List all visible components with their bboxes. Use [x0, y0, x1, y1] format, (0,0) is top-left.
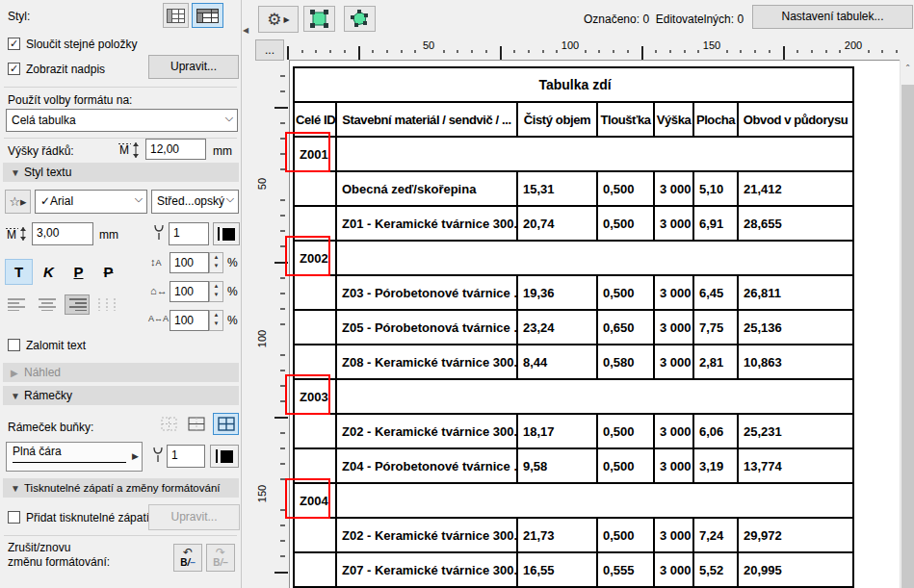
line-type-picker[interactable]: Plná čára ▶ — [6, 442, 143, 472]
id-cell[interactable] — [294, 552, 336, 587]
group-row-spacer[interactable] — [336, 137, 853, 171]
column-header[interactable]: Plocha — [693, 102, 738, 137]
collapse-sidebar-arrow-icon[interactable]: ◀ — [243, 26, 248, 35]
heading-edit-button[interactable]: Upravit... — [148, 55, 239, 79]
char-spacing-input[interactable]: 100 — [170, 310, 209, 331]
align-right-button[interactable] — [65, 294, 90, 315]
table-cell[interactable]: 9,58 — [517, 448, 597, 483]
underline-button[interactable]: P — [65, 259, 91, 285]
table-cell[interactable]: 0,500 — [597, 414, 654, 448]
table-cell[interactable]: 3 000 — [654, 448, 693, 483]
table-cell[interactable]: 0,500 — [597, 448, 654, 483]
table-cell[interactable]: 0,580 — [597, 345, 654, 379]
polygon-select-button[interactable] — [344, 6, 376, 32]
table-cell[interactable]: 3 000 — [654, 171, 693, 206]
footer-section-header[interactable]: ▼Tisknutelné zápatí a změny formátování — [3, 478, 239, 498]
wrap-text-checkbox[interactable] — [8, 339, 20, 351]
table-cell[interactable]: 21,412 — [738, 171, 853, 206]
table-cell[interactable]: Z08 - Keramické tvárnice 300... — [336, 345, 517, 379]
spinner-up-icon[interactable]: ▲ — [210, 282, 222, 291]
table-cell[interactable]: 0,500 — [597, 171, 654, 206]
vertical-ruler[interactable]: 50100150 — [254, 60, 289, 588]
char-width-input[interactable]: 100 — [170, 281, 209, 302]
id-cell[interactable] — [294, 310, 336, 345]
align-center-button[interactable] — [35, 294, 60, 315]
table-cell[interactable]: 8,44 — [517, 345, 597, 379]
column-header[interactable]: Obvod v půdorysu — [738, 102, 853, 137]
table-cell[interactable]: 20,74 — [517, 206, 597, 241]
id-cell[interactable] — [294, 414, 336, 448]
text-pen-input[interactable]: 1 — [169, 222, 209, 245]
table-cell[interactable]: Z07 - Keramické tvárnice 300... — [336, 552, 517, 587]
table-cell[interactable]: 3 000 — [654, 310, 693, 345]
table-cell[interactable]: 26,811 — [738, 275, 853, 310]
scrollbar-thumb[interactable] — [901, 85, 914, 588]
table-cell[interactable]: Obecná zeď/skořepina — [336, 171, 517, 206]
border-pen-color-swatch[interactable] — [210, 445, 239, 468]
borders-section-header[interactable]: ▼Rámečky — [3, 386, 239, 405]
column-header[interactable]: Stavební materiál / sendvič / ... — [336, 102, 517, 137]
table-cell[interactable]: 20,995 — [738, 552, 853, 587]
border-all-button[interactable] — [213, 413, 239, 435]
char-spacing-spinner[interactable]: ▲▼ — [209, 310, 223, 331]
font-select[interactable]: ✓Arial ⌵ — [35, 190, 147, 214]
spinner-up-icon[interactable]: ▲ — [210, 311, 222, 320]
id-cell[interactable] — [294, 275, 336, 310]
table-cell[interactable]: 0,500 — [597, 518, 654, 552]
strikethrough-button[interactable]: P — [95, 259, 121, 285]
table-cell[interactable]: 3,19 — [693, 448, 738, 483]
border-none-button[interactable] — [157, 413, 180, 435]
table-cell[interactable]: 25,136 — [738, 310, 853, 345]
redo-format-button[interactable]: ↷ B/– — [206, 544, 235, 572]
table-cell[interactable]: 18,17 — [517, 414, 597, 448]
schedule-table[interactable]: Tabulka zdíCelé IDStavební materiál / se… — [293, 66, 854, 588]
bold-button[interactable]: T — [5, 259, 33, 285]
table-cell[interactable]: 0,555 — [597, 552, 654, 587]
line-spacing-input[interactable]: 100 — [170, 252, 209, 273]
column-header[interactable]: Výška — [654, 102, 693, 137]
table-cell[interactable]: Z04 - Pórobetonové tvárnice ... — [336, 448, 517, 483]
table-cell[interactable]: 28,655 — [738, 206, 853, 241]
table-cell[interactable]: 6,91 — [693, 206, 738, 241]
table-cell[interactable]: Z02 - Keramické tvárnice 300... — [336, 414, 517, 448]
group-row-spacer[interactable] — [336, 241, 853, 275]
settings-menu-button[interactable]: ⚙ ▶ — [258, 6, 299, 33]
text-pen-color-swatch[interactable] — [213, 222, 240, 245]
column-header[interactable]: Čistý objem — [517, 102, 597, 137]
preview-section-header[interactable]: ▶Náhled — [3, 363, 239, 382]
table-style-header-button[interactable] — [192, 3, 223, 28]
encoding-select[interactable]: Střed...opský ⌵ — [151, 190, 239, 214]
spinner-down-icon[interactable]: ▼ — [210, 320, 222, 328]
align-left-button[interactable] — [5, 294, 30, 315]
table-cell[interactable]: 15,31 — [517, 171, 597, 206]
marquee-select-button[interactable] — [303, 6, 335, 32]
table-cell[interactable]: 0,500 — [597, 206, 654, 241]
row-height-input[interactable]: 12,00 — [145, 139, 206, 160]
text-style-section-header[interactable]: ▼Styl textu — [3, 163, 239, 182]
table-cell[interactable]: 6,06 — [693, 414, 738, 448]
table-cell[interactable]: 3 000 — [654, 518, 693, 552]
table-cell[interactable]: 3 000 — [654, 414, 693, 448]
border-pen-input[interactable]: 1 — [167, 445, 205, 468]
table-cell[interactable]: 3 000 — [654, 552, 693, 587]
table-cell[interactable]: Z02 - Keramické tvárnice 300... — [336, 518, 517, 552]
char-width-spinner[interactable]: ▲▼ — [209, 281, 223, 302]
table-cell[interactable]: 7,75 — [693, 310, 738, 345]
add-footer-checkbox[interactable] — [8, 511, 20, 524]
group-row-spacer[interactable] — [336, 483, 853, 518]
scheme-settings-button[interactable]: Nastavení tabulek... — [752, 5, 913, 29]
table-cell[interactable]: Z05 - Pórobetonová tvárnice ... — [336, 310, 517, 345]
table-cell[interactable]: 3 000 — [654, 345, 693, 379]
table-cell[interactable]: Z03 - Pórobetonové tvárnice ... — [336, 275, 517, 310]
spinner-down-icon[interactable]: ▼ — [210, 291, 222, 299]
spinner-down-icon[interactable]: ▼ — [210, 262, 222, 270]
table-cell[interactable]: 5,52 — [693, 552, 738, 587]
favorites-button[interactable]: ☆▸ — [5, 190, 31, 214]
show-heading-checkbox[interactable]: ✓ — [8, 63, 20, 75]
schedule-title[interactable]: Tabulka zdí — [294, 67, 853, 102]
undo-format-button[interactable]: ↶ B/– — [173, 544, 202, 572]
table-cell[interactable]: 5,10 — [693, 171, 738, 206]
table-cell[interactable]: 23,24 — [517, 310, 597, 345]
vertical-scrollbar[interactable]: ⌃ — [900, 60, 914, 588]
table-cell[interactable]: 3 000 — [654, 206, 693, 241]
